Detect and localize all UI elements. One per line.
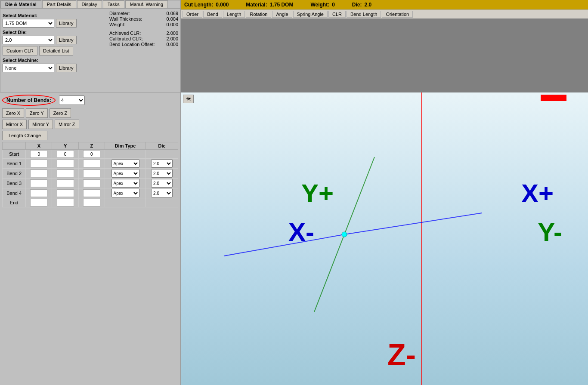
start-die-cell	[146, 150, 178, 159]
tab-manuf-warning[interactable]: Manuf. Warning	[125, 0, 168, 8]
bend-3-die-select[interactable]: 2.0 1.5 2.5	[151, 179, 173, 188]
bends-label: Number of Bends:	[2, 95, 56, 106]
left-col2: Diameter: 0.069 Wall Thickness: 0.004 We…	[109, 11, 178, 74]
bend-3-y-input[interactable]	[57, 179, 74, 187]
bend-4-z-input[interactable]	[83, 189, 100, 197]
bends-row: Number of Bends: 4 1 2 3 5	[2, 95, 178, 106]
bend-1-z-cell	[78, 159, 105, 169]
mirror-x-btn[interactable]: Mirror X	[2, 120, 27, 129]
tab-part-details[interactable]: Part Details	[42, 0, 76, 8]
bend-1-z-input[interactable]	[83, 160, 100, 167]
bend-2-z-input[interactable]	[83, 169, 100, 177]
bend-row-2: Bend 2 Apex Tangent 2.0 1.5 2.5	[3, 169, 178, 179]
bend-table: X Y Z Dim Type Die Start	[2, 142, 178, 207]
start-label: Start	[3, 150, 26, 159]
scroll-icon[interactable]: 🗺	[183, 95, 194, 103]
viewport[interactable]: 🗺 Y+ X- X+ Y- Z-	[181, 92, 588, 385]
bend-2-dimtype-select[interactable]: Apex Tangent	[111, 169, 139, 178]
bends-select[interactable]: 4 1 2 3 5	[59, 95, 85, 105]
detailed-list-btn[interactable]: Detailed List	[39, 46, 73, 55]
tab-die-material[interactable]: Die & Material	[0, 0, 41, 8]
bend-3-dimtype-select[interactable]: Apex Tangent	[111, 179, 139, 188]
svg-line-4	[314, 234, 344, 312]
machine-select[interactable]: None	[3, 64, 54, 72]
tab-bar: Die & Material Part Details Display Task…	[0, 0, 180, 9]
end-x-input[interactable]	[30, 199, 47, 206]
left-col1: Select Material: 1.75 DOM Library Select…	[3, 11, 105, 74]
end-y-input[interactable]	[57, 199, 74, 206]
material-library-btn[interactable]: Library	[56, 19, 77, 28]
bend-4-dimtype-select[interactable]: Apex Tangent	[111, 189, 139, 197]
col-header-die: Die	[146, 142, 178, 150]
bend-4-dimtype-cell: Apex Tangent	[105, 188, 145, 198]
end-z-input[interactable]	[83, 199, 100, 206]
bend-4-y-input[interactable]	[57, 189, 74, 197]
col-tab-angle[interactable]: Angle	[272, 11, 292, 18]
main-container: Die & Material Part Details Display Task…	[0, 0, 588, 385]
start-x-input[interactable]	[30, 150, 47, 158]
bend-3-z-input[interactable]	[83, 179, 100, 187]
col-tab-rotation[interactable]: Rotation	[246, 11, 271, 18]
x-minus-label: X-	[288, 217, 314, 247]
col-tab-order[interactable]: Order	[183, 11, 202, 18]
col-tab-length[interactable]: Length	[223, 11, 245, 18]
bend-1-y-input[interactable]	[57, 160, 74, 167]
col-tab-bend-length[interactable]: Bend Length	[347, 11, 381, 18]
bend-1-x-input[interactable]	[30, 160, 47, 167]
start-y-cell	[52, 150, 78, 159]
tab-display[interactable]: Display	[77, 0, 102, 8]
die-select-main[interactable]: 2.0	[3, 36, 54, 44]
middle-bottom: Number of Bends: 4 1 2 3 5 Zero X Zero Y…	[0, 92, 588, 385]
top-section: Die & Material Part Details Display Task…	[0, 0, 588, 92]
col-tab-orientation[interactable]: Orientation	[382, 11, 413, 18]
zero-x-btn[interactable]: Zero X	[2, 108, 24, 118]
material-row: 1.75 DOM Library	[3, 19, 105, 28]
bend-2-x-input[interactable]	[30, 169, 47, 177]
prop-diameter: Diameter: 0.069	[109, 11, 178, 16]
col-header-x: X	[26, 142, 52, 150]
custom-clr-btn[interactable]: Custom CLR	[3, 46, 37, 55]
zero-z-btn[interactable]: Zero Z	[50, 108, 71, 118]
col-tab-bend[interactable]: Bend	[203, 11, 222, 18]
die-library-btn[interactable]: Library	[56, 36, 77, 44]
bend-4-x-input[interactable]	[30, 189, 47, 197]
left-panel: Die & Material Part Details Display Task…	[0, 0, 181, 92]
bend-1-label: Bend 1	[3, 159, 26, 169]
bend-2-label: Bend 2	[3, 169, 26, 179]
bend-2-z-cell	[78, 169, 105, 179]
svg-point-5	[342, 232, 347, 237]
col-header-z: Z	[78, 142, 105, 150]
bend-2-die-select[interactable]: 2.0 1.5 2.5	[151, 169, 173, 178]
bend-1-dimtype-select[interactable]: Apex Tangent	[111, 159, 139, 168]
zero-y-btn[interactable]: Zero Y	[26, 108, 48, 118]
machine-library-btn[interactable]: Library	[56, 64, 77, 72]
col-tab-clr[interactable]: CLR	[328, 11, 346, 18]
bend-2-x-cell	[26, 169, 52, 179]
mirror-y-btn[interactable]: Mirror Y	[28, 120, 53, 129]
svg-line-2	[224, 234, 344, 256]
prop-achieved-clr: Achieved CLR: 2.000	[109, 31, 178, 36]
length-change-btn[interactable]: Length Change	[2, 131, 47, 140]
bend-2-dimtype-cell: Apex Tangent	[105, 169, 145, 179]
bend-1-die-select[interactable]: 2.0 1.5 2.5	[151, 159, 173, 168]
start-z-cell	[78, 150, 105, 159]
end-die-cell	[146, 198, 178, 207]
die-info: Die: 2.0	[352, 2, 371, 8]
bend-1-die-cell: 2.0 1.5 2.5	[146, 159, 178, 169]
y-plus-label: Y+	[301, 179, 334, 208]
zero-buttons: Zero X Zero Y Zero Z	[2, 108, 178, 118]
mirror-z-btn[interactable]: Mirror Z	[55, 120, 79, 129]
col-tab-spring-angle[interactable]: Spring Angle	[293, 11, 328, 18]
prop-weight: Weight: 0.000	[109, 22, 178, 27]
tab-tasks[interactable]: Tasks	[103, 0, 124, 8]
bend-4-die-select[interactable]: 2.0 1.5 2.5	[151, 189, 173, 197]
start-y-input[interactable]	[57, 150, 74, 158]
bend-2-y-input[interactable]	[57, 169, 74, 177]
weight-info: Weight: 0	[310, 2, 334, 8]
prop-wall: Wall Thickness: 0.004	[109, 16, 178, 22]
material-select[interactable]: 1.75 DOM	[3, 19, 54, 28]
bend-3-x-input[interactable]	[30, 179, 47, 187]
start-z-input[interactable]	[83, 150, 100, 158]
bend-1-x-cell	[26, 159, 52, 169]
bend-3-dimtype-cell: Apex Tangent	[105, 179, 145, 188]
